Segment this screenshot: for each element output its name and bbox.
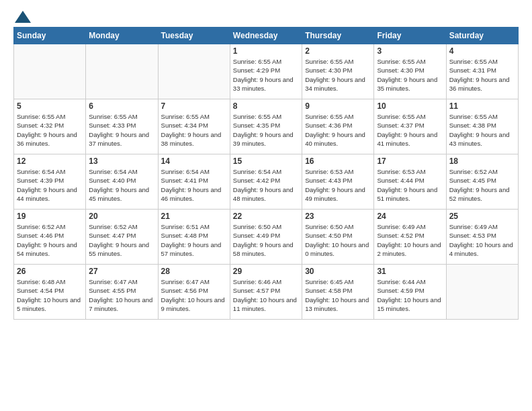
day-info: Sunrise: 6:52 AM Sunset: 4:47 PM Dayligh… xyxy=(89,222,154,258)
calendar-cell: 7Sunrise: 6:55 AM Sunset: 4:34 PM Daylig… xyxy=(158,99,230,154)
day-info: Sunrise: 6:50 AM Sunset: 4:49 PM Dayligh… xyxy=(233,222,299,258)
day-number: 10 xyxy=(377,101,443,111)
calendar-cell: 9Sunrise: 6:55 AM Sunset: 4:36 PM Daylig… xyxy=(302,99,374,154)
weekday-header-thursday: Thursday xyxy=(302,28,374,44)
weekday-header-tuesday: Tuesday xyxy=(158,28,230,44)
calendar-cell: 15Sunrise: 6:54 AM Sunset: 4:42 PM Dayli… xyxy=(230,154,302,210)
logo-text xyxy=(13,11,31,23)
day-number: 20 xyxy=(89,212,154,221)
weekday-header-sunday: Sunday xyxy=(14,28,86,44)
day-info: Sunrise: 6:53 AM Sunset: 4:43 PM Dayligh… xyxy=(305,167,371,203)
logo-icon xyxy=(15,11,31,23)
day-info: Sunrise: 6:49 AM Sunset: 4:53 PM Dayligh… xyxy=(449,222,515,258)
calendar-cell: 6Sunrise: 6:55 AM Sunset: 4:33 PM Daylig… xyxy=(86,99,158,154)
logo xyxy=(13,11,31,20)
day-number: 24 xyxy=(377,212,443,221)
calendar-cell: 21Sunrise: 6:51 AM Sunset: 4:48 PM Dayli… xyxy=(158,210,230,265)
day-number: 11 xyxy=(449,101,515,111)
calendar-cell: 8Sunrise: 6:55 AM Sunset: 4:35 PM Daylig… xyxy=(230,99,302,154)
weekday-header-wednesday: Wednesday xyxy=(230,28,302,44)
calendar-cell: 24Sunrise: 6:49 AM Sunset: 4:52 PM Dayli… xyxy=(374,210,446,265)
day-info: Sunrise: 6:55 AM Sunset: 4:32 PM Dayligh… xyxy=(17,112,83,148)
day-info: Sunrise: 6:49 AM Sunset: 4:52 PM Dayligh… xyxy=(377,222,443,258)
day-info: Sunrise: 6:55 AM Sunset: 4:38 PM Dayligh… xyxy=(449,112,515,148)
calendar-cell: 23Sunrise: 6:50 AM Sunset: 4:50 PM Dayli… xyxy=(302,210,374,265)
day-number: 30 xyxy=(305,267,371,276)
day-number: 31 xyxy=(377,267,443,276)
day-info: Sunrise: 6:51 AM Sunset: 4:48 PM Dayligh… xyxy=(161,222,227,258)
calendar-cell: 10Sunrise: 6:55 AM Sunset: 4:37 PM Dayli… xyxy=(374,99,446,154)
day-number: 8 xyxy=(233,101,299,111)
calendar-cell: 30Sunrise: 6:45 AM Sunset: 4:58 PM Dayli… xyxy=(302,265,374,320)
day-info: Sunrise: 6:55 AM Sunset: 4:37 PM Dayligh… xyxy=(377,112,443,148)
calendar-cell: 12Sunrise: 6:54 AM Sunset: 4:39 PM Dayli… xyxy=(14,154,86,210)
calendar-cell: 3Sunrise: 6:55 AM Sunset: 4:30 PM Daylig… xyxy=(374,44,446,99)
day-info: Sunrise: 6:55 AM Sunset: 4:36 PM Dayligh… xyxy=(305,112,371,148)
day-info: Sunrise: 6:55 AM Sunset: 4:30 PM Dayligh… xyxy=(377,57,443,93)
day-number: 9 xyxy=(305,101,371,111)
day-number: 18 xyxy=(449,156,515,166)
day-number: 3 xyxy=(377,46,443,56)
day-number: 7 xyxy=(161,101,227,111)
day-number: 29 xyxy=(233,267,299,276)
day-number: 2 xyxy=(305,46,371,56)
calendar-cell: 5Sunrise: 6:55 AM Sunset: 4:32 PM Daylig… xyxy=(14,99,86,154)
calendar-cell: 14Sunrise: 6:54 AM Sunset: 4:41 PM Dayli… xyxy=(158,154,230,210)
day-number: 22 xyxy=(233,212,299,221)
day-info: Sunrise: 6:54 AM Sunset: 4:40 PM Dayligh… xyxy=(89,167,154,203)
day-info: Sunrise: 6:47 AM Sunset: 4:56 PM Dayligh… xyxy=(161,277,227,313)
calendar-cell xyxy=(86,44,158,99)
day-number: 21 xyxy=(161,212,227,221)
calendar-cell: 17Sunrise: 6:53 AM Sunset: 4:44 PM Dayli… xyxy=(374,154,446,210)
calendar-cell xyxy=(158,44,230,99)
calendar-cell: 29Sunrise: 6:46 AM Sunset: 4:57 PM Dayli… xyxy=(230,265,302,320)
day-info: Sunrise: 6:50 AM Sunset: 4:50 PM Dayligh… xyxy=(305,222,371,258)
day-number: 23 xyxy=(305,212,371,221)
day-info: Sunrise: 6:45 AM Sunset: 4:58 PM Dayligh… xyxy=(305,277,371,313)
calendar-cell: 19Sunrise: 6:52 AM Sunset: 4:46 PM Dayli… xyxy=(14,210,86,265)
calendar-cell xyxy=(446,265,518,320)
calendar-cell xyxy=(14,44,86,99)
day-number: 17 xyxy=(377,156,443,166)
calendar-cell: 18Sunrise: 6:52 AM Sunset: 4:45 PM Dayli… xyxy=(446,154,518,210)
day-info: Sunrise: 6:53 AM Sunset: 4:44 PM Dayligh… xyxy=(377,167,443,203)
header xyxy=(13,11,519,20)
calendar-cell: 31Sunrise: 6:44 AM Sunset: 4:59 PM Dayli… xyxy=(374,265,446,320)
day-info: Sunrise: 6:44 AM Sunset: 4:59 PM Dayligh… xyxy=(377,277,443,313)
day-number: 12 xyxy=(17,156,83,166)
day-info: Sunrise: 6:55 AM Sunset: 4:31 PM Dayligh… xyxy=(449,57,515,93)
page: SundayMondayTuesdayWednesdayThursdayFrid… xyxy=(0,0,532,411)
week-row-0: 1Sunrise: 6:55 AM Sunset: 4:29 PM Daylig… xyxy=(14,44,519,99)
calendar: SundayMondayTuesdayWednesdayThursdayFrid… xyxy=(13,27,519,320)
day-number: 26 xyxy=(17,267,83,276)
calendar-cell: 22Sunrise: 6:50 AM Sunset: 4:49 PM Dayli… xyxy=(230,210,302,265)
calendar-cell: 20Sunrise: 6:52 AM Sunset: 4:47 PM Dayli… xyxy=(86,210,158,265)
day-info: Sunrise: 6:55 AM Sunset: 4:34 PM Dayligh… xyxy=(161,112,227,148)
day-number: 5 xyxy=(17,101,83,111)
day-info: Sunrise: 6:55 AM Sunset: 4:30 PM Dayligh… xyxy=(305,57,371,93)
weekday-header-friday: Friday xyxy=(374,28,446,44)
day-number: 13 xyxy=(89,156,154,166)
day-number: 27 xyxy=(89,267,154,276)
weekday-header-saturday: Saturday xyxy=(446,28,518,44)
day-info: Sunrise: 6:46 AM Sunset: 4:57 PM Dayligh… xyxy=(233,277,299,313)
day-info: Sunrise: 6:52 AM Sunset: 4:45 PM Dayligh… xyxy=(449,167,515,203)
day-info: Sunrise: 6:48 AM Sunset: 4:54 PM Dayligh… xyxy=(17,277,83,313)
day-number: 6 xyxy=(89,101,154,111)
weekday-header-monday: Monday xyxy=(86,28,158,44)
day-number: 4 xyxy=(449,46,515,56)
day-info: Sunrise: 6:47 AM Sunset: 4:55 PM Dayligh… xyxy=(89,277,154,313)
day-info: Sunrise: 6:54 AM Sunset: 4:41 PM Dayligh… xyxy=(161,167,227,203)
calendar-cell: 25Sunrise: 6:49 AM Sunset: 4:53 PM Dayli… xyxy=(446,210,518,265)
week-row-2: 12Sunrise: 6:54 AM Sunset: 4:39 PM Dayli… xyxy=(14,154,519,210)
calendar-cell: 11Sunrise: 6:55 AM Sunset: 4:38 PM Dayli… xyxy=(446,99,518,154)
svg-marker-0 xyxy=(15,11,31,23)
week-row-1: 5Sunrise: 6:55 AM Sunset: 4:32 PM Daylig… xyxy=(14,99,519,154)
calendar-cell: 16Sunrise: 6:53 AM Sunset: 4:43 PM Dayli… xyxy=(302,154,374,210)
day-number: 25 xyxy=(449,212,515,221)
day-number: 1 xyxy=(233,46,299,56)
calendar-cell: 1Sunrise: 6:55 AM Sunset: 4:29 PM Daylig… xyxy=(230,44,302,99)
day-number: 14 xyxy=(161,156,227,166)
calendar-cell: 27Sunrise: 6:47 AM Sunset: 4:55 PM Dayli… xyxy=(86,265,158,320)
week-row-3: 19Sunrise: 6:52 AM Sunset: 4:46 PM Dayli… xyxy=(14,210,519,265)
